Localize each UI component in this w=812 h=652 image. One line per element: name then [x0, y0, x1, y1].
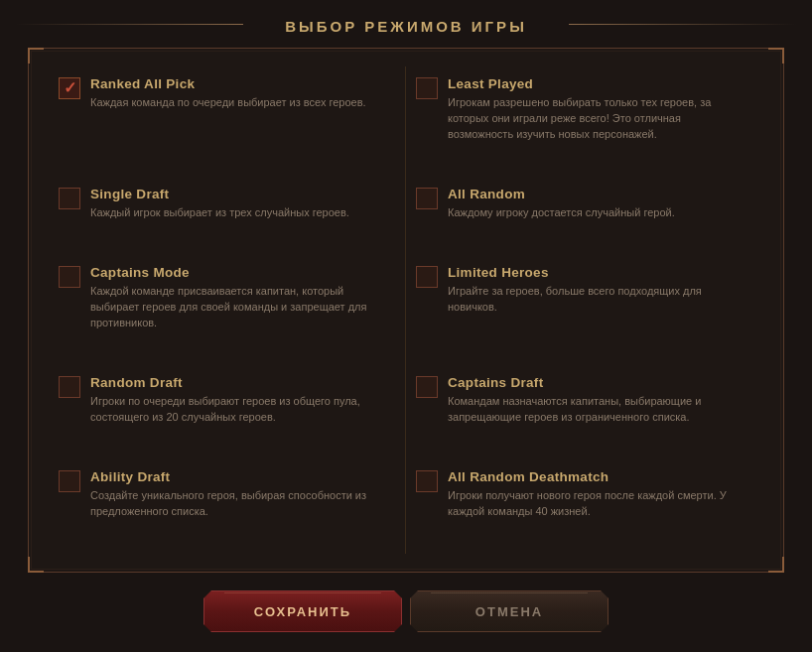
outer-container: ✓Ranked All PickКаждая команда по очеред… — [14, 48, 798, 573]
title-bar: ВЫБОР РЕЖИМОВ ИГРЫ — [0, 0, 812, 48]
page-title: ВЫБОР РЕЖИМОВ ИГРЫ — [285, 18, 527, 35]
checkbox-ranked-all-pick: ✓ — [59, 77, 80, 99]
corner-tl — [28, 48, 44, 64]
mode-desc-all-random-deathmatch: Игроки получают нового героя после каждо… — [448, 488, 749, 520]
checkbox-least-played — [416, 77, 438, 99]
corner-tr — [768, 48, 784, 64]
mode-item-random-draft[interactable]: Random DraftИгроки по очереди выбирают г… — [49, 365, 406, 459]
mode-name-random-draft: Random Draft — [90, 375, 391, 390]
checkbox-captains-mode — [59, 266, 80, 288]
checkbox-limited-heroes — [416, 266, 438, 288]
mode-name-all-random-deathmatch: All Random Deathmatch — [448, 469, 749, 484]
mode-item-least-played[interactable]: Least PlayedИгрокам разрешено выбирать т… — [406, 66, 763, 177]
mode-item-captains-draft[interactable]: Captains DraftКомандам назначаются капит… — [406, 365, 763, 459]
mode-content-least-played: Least PlayedИгрокам разрешено выбирать т… — [448, 76, 749, 143]
corner-br — [768, 557, 784, 573]
mode-item-single-draft[interactable]: Single DraftКаждый игрок выбирает из тре… — [49, 177, 406, 255]
mode-desc-ability-draft: Создайте уникального героя, выбирая спос… — [90, 488, 391, 520]
mode-content-ranked-all-pick: Ranked All PickКаждая команда по очереди… — [90, 76, 391, 111]
mode-item-all-random[interactable]: All RandomКаждому игроку достается случа… — [406, 177, 763, 255]
mode-desc-single-draft: Каждый игрок выбирает из трех случайных … — [90, 205, 391, 221]
mode-desc-captains-mode: Каждой команде присваивается капитан, ко… — [90, 284, 391, 331]
modes-panel: ✓Ranked All PickКаждая команда по очеред… — [28, 48, 784, 573]
mode-name-limited-heroes: Limited Heroes — [448, 265, 749, 280]
checkbox-single-draft — [59, 188, 80, 209]
mode-desc-all-random: Каждому игроку достается случайный герой… — [448, 205, 749, 221]
modes-grid: ✓Ranked All PickКаждая команда по очеред… — [39, 59, 773, 562]
mode-content-all-random: All RandomКаждому игроку достается случа… — [448, 187, 749, 221]
cancel-button[interactable]: ОТМЕНА — [410, 590, 609, 632]
mode-name-single-draft: Single Draft — [90, 187, 391, 201]
mode-item-captains-mode[interactable]: Captains ModeКаждой команде присваиваетс… — [49, 255, 406, 365]
checkbox-all-random-deathmatch — [416, 470, 438, 492]
mode-content-limited-heroes: Limited HeroesИграйте за героев, больше … — [448, 265, 749, 316]
mode-name-ranked-all-pick: Ranked All Pick — [90, 76, 391, 91]
mode-item-limited-heroes[interactable]: Limited HeroesИграйте за героев, больше … — [406, 255, 763, 365]
mode-desc-limited-heroes: Играйте за героев, больше всего подходящ… — [448, 284, 749, 316]
checkmark-icon: ✓ — [64, 80, 76, 96]
mode-item-ability-draft[interactable]: Ability DraftСоздайте уникального героя,… — [49, 459, 406, 554]
mode-name-all-random: All Random — [448, 187, 749, 201]
mode-desc-captains-draft: Командам назначаются капитаны, выбирающи… — [448, 394, 749, 426]
checkbox-ability-draft — [59, 470, 80, 492]
mode-content-all-random-deathmatch: All Random DeathmatchИгроки получают нов… — [448, 469, 749, 520]
button-bar: СОХРАНИТЬ ОТМЕНА — [0, 573, 812, 652]
mode-content-random-draft: Random DraftИгроки по очереди выбирают г… — [90, 375, 391, 426]
mode-content-captains-draft: Captains DraftКомандам назначаются капит… — [448, 375, 749, 426]
mode-name-least-played: Least Played — [448, 76, 749, 91]
corner-bl — [28, 557, 44, 573]
mode-name-captains-mode: Captains Mode — [90, 265, 391, 280]
checkbox-all-random — [416, 188, 438, 209]
mode-desc-random-draft: Игроки по очереди выбирают героев из общ… — [90, 394, 391, 426]
mode-name-ability-draft: Ability Draft — [90, 469, 391, 484]
mode-desc-ranked-all-pick: Каждая команда по очереди выбирает из вс… — [90, 95, 391, 111]
mode-content-captains-mode: Captains ModeКаждой команде присваиваетс… — [90, 265, 391, 331]
save-button[interactable]: СОХРАНИТЬ — [203, 590, 402, 632]
checkbox-random-draft — [59, 376, 80, 398]
checkbox-captains-draft — [416, 376, 438, 398]
mode-content-ability-draft: Ability DraftСоздайте уникального героя,… — [90, 469, 391, 520]
mode-content-single-draft: Single DraftКаждый игрок выбирает из тре… — [90, 187, 391, 221]
mode-item-all-random-deathmatch[interactable]: All Random DeathmatchИгроки получают нов… — [406, 459, 763, 554]
mode-item-ranked-all-pick[interactable]: ✓Ranked All PickКаждая команда по очеред… — [49, 66, 406, 177]
mode-desc-least-played: Игрокам разрешено выбирать только тех ге… — [448, 95, 749, 143]
mode-name-captains-draft: Captains Draft — [448, 375, 749, 390]
